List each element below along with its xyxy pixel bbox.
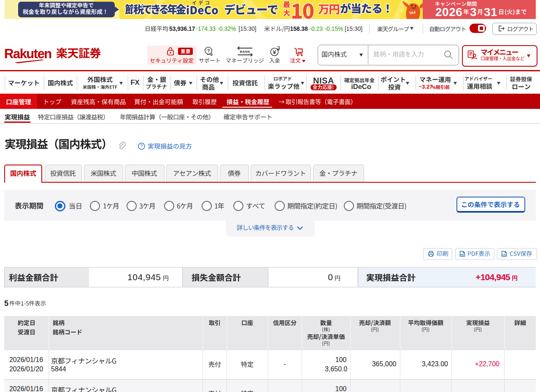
svg-text:?: ? bbox=[140, 143, 143, 149]
svg-text:PDF: PDF bbox=[460, 254, 464, 256]
svg-text:CSV: CSV bbox=[502, 254, 506, 256]
svg-text:?: ? bbox=[207, 48, 210, 53]
svg-text:BANK: BANK bbox=[240, 50, 251, 54]
